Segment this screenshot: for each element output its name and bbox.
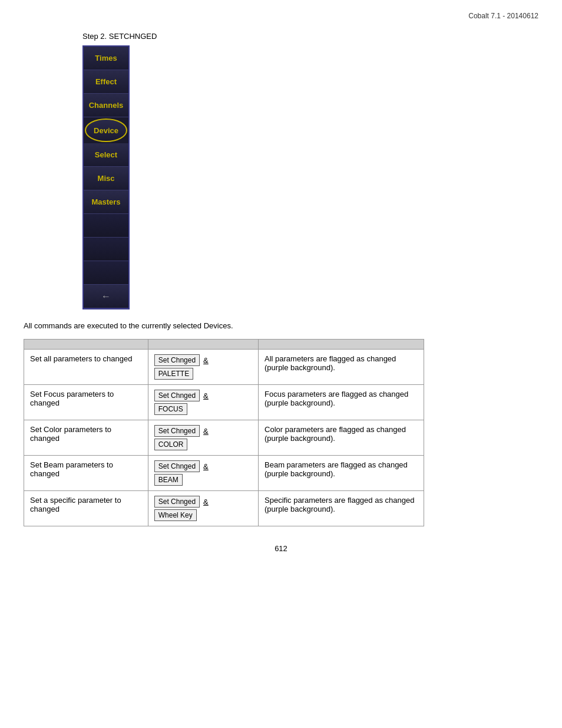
set-chnged-btn[interactable]: Set Chnged [154,354,200,366]
result-cell: All parameters are flagged as changed (p… [259,350,424,385]
set-chnged-btn[interactable]: Set Chnged [154,390,200,401]
panel-button[interactable]: Select [84,143,128,167]
step-label: Step 2. SETCHNGED [82,32,538,41]
result-cell: Beam parameters are flagged as changed (… [259,456,424,491]
ampersand-symbol: & [203,498,209,506]
table-row: Set all parameters to changed Set Chnged… [24,350,424,385]
table-row: Set a specific parameter to changed Set … [24,491,424,526]
command-cell: Set Chnged & FOCUS [148,385,258,420]
panel-button[interactable]: Misc [84,167,128,190]
panel-button [84,214,128,238]
panel-button[interactable]: Channels [84,94,128,117]
ampersand-symbol: & [203,391,209,400]
table-row: Set Color parameters to changed Set Chng… [24,420,424,456]
command-cell: Set Chnged & BEAM [148,456,258,491]
table-row: Set Focus parameters to changed Set Chng… [24,385,424,420]
command-cell: Set Chnged & Wheel Key [148,491,258,526]
panel-button [84,261,128,285]
set-chnged-btn[interactable]: Set Chnged [154,496,200,508]
result-cell: Color parameters are flagged as changed … [259,420,424,456]
set-chnged-btn[interactable]: Set Chnged [154,425,200,437]
result-cell: Focus parameters are flagged as changed … [259,385,424,420]
action-cell: Set Beam parameters to changed [24,456,148,491]
ampersand-symbol: & [203,427,209,436]
param-btn[interactable]: BEAM [154,474,183,486]
commands-table: Set all parameters to changed Set Chnged… [24,339,424,526]
version-header: Cobalt 7.1 - 20140612 [24,12,538,20]
set-chnged-btn[interactable]: Set Chnged [154,460,200,472]
command-cell: Set Chnged & PALETTE [148,350,258,385]
col-header-2 [148,340,258,350]
ampersand-symbol: & [203,462,209,471]
result-cell: Specific parameters are flagged as chang… [259,491,424,526]
description-text: All commands are executed to the current… [24,321,538,330]
action-cell: Set all parameters to changed [24,350,148,385]
action-cell: Set Focus parameters to changed [24,385,148,420]
param-btn[interactable]: PALETTE [154,368,193,380]
panel-button[interactable]: ← [84,285,128,308]
device-panel: TimesEffectChannelsDeviceSelectMiscMaste… [82,45,130,309]
col-header-1 [24,340,148,350]
table-row: Set Beam parameters to changed Set Chnge… [24,456,424,491]
panel-button[interactable]: Masters [84,190,128,214]
panel-button[interactable]: Times [84,47,128,70]
panel-button[interactable]: Effect [84,70,128,94]
command-cell: Set Chnged & COLOR [148,420,258,456]
action-cell: Set Color parameters to changed [24,420,148,456]
panel-button[interactable]: Device [85,118,127,142]
col-header-3 [259,340,424,350]
ampersand-symbol: & [203,356,209,365]
param-btn[interactable]: Wheel Key [154,509,197,521]
param-btn[interactable]: FOCUS [154,403,187,415]
page-number: 612 [24,544,538,553]
action-cell: Set a specific parameter to changed [24,491,148,526]
param-btn[interactable]: COLOR [154,439,188,450]
panel-button [84,238,128,261]
